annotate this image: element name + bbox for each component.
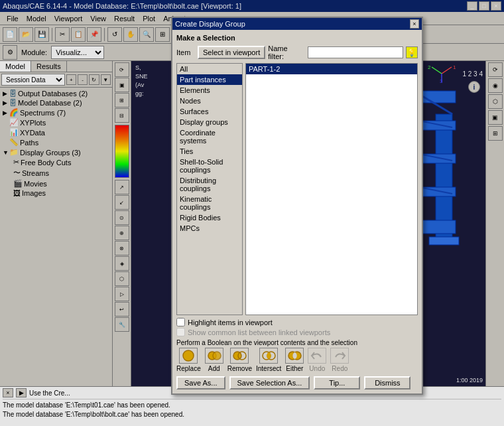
common-list-checkbox-row: Show common list between linked viewport…	[176, 328, 418, 336]
undo-button[interactable]: Undo	[308, 348, 326, 372]
select-in-viewport-button[interactable]: Select in viewport	[198, 46, 265, 59]
name-filter-label: Name filter:	[268, 44, 305, 60]
dialog-controls-row: Item Select in viewport Name filter: 💡	[176, 44, 418, 60]
tip-button[interactable]: Tip...	[314, 376, 360, 390]
dialog-title-bar: Create Display Group ×	[172, 18, 422, 30]
list-item-ties[interactable]: Ties	[177, 146, 242, 157]
svg-point-25	[233, 352, 241, 360]
save-selection-as-button[interactable]: Save Selection As...	[229, 376, 310, 390]
svg-point-24	[213, 352, 221, 360]
dialog-buttons: Save As... Save Selection As... Tip... D…	[176, 376, 418, 390]
dialog-body: Make a Selection Item Select in viewport…	[172, 30, 422, 393]
dialog-title-text: Create Display Group	[175, 20, 410, 28]
dialog-main-content: All Part instances Elements Nodes Surfac…	[176, 63, 418, 315]
list-item-display-groups[interactable]: Display groups	[177, 117, 242, 127]
modal-overlay: Create Display Group × Make a Selection …	[0, 0, 504, 426]
remove-label: Remove	[227, 365, 252, 372]
bulb-icon[interactable]: 💡	[406, 46, 418, 58]
list-item-rigid-bodies[interactable]: Rigid Bodies	[177, 212, 242, 223]
list-item-distributing[interactable]: Distributing couplings	[177, 175, 242, 194]
add-label: Add	[208, 365, 220, 372]
item-list: All Part instances Elements Nodes Surfac…	[176, 63, 243, 315]
list-item-kinematic[interactable]: Kinematic couplings	[177, 194, 242, 212]
common-list-label: Show common list between linked viewport…	[188, 328, 330, 336]
either-label: Either	[286, 365, 303, 372]
checkbox-section: Highlight items in viewport Show common …	[176, 318, 418, 336]
create-display-group-dialog: Create Display Group × Make a Selection …	[171, 17, 423, 395]
list-item-coordinate-systems[interactable]: Coordinate systems	[177, 127, 242, 146]
redo-label: Redo	[332, 365, 347, 372]
list-item-shell-solid[interactable]: Shell-to-Solid couplings	[177, 157, 242, 175]
item-label: Item	[176, 48, 195, 56]
add-button[interactable]: Add	[205, 348, 223, 372]
dismiss-button[interactable]: Dismiss	[364, 376, 410, 390]
list-item-elements[interactable]: Elements	[177, 85, 242, 96]
replace-label: Replace	[176, 365, 201, 372]
list-item-mpcs[interactable]: MPCs	[177, 223, 242, 234]
list-item-part-instances[interactable]: Part instances	[177, 74, 242, 85]
replace-button[interactable]: Replace	[176, 348, 201, 372]
redo-button[interactable]: Redo	[330, 348, 349, 372]
common-list-checkbox	[176, 328, 185, 336]
boolean-section-label: Perform a Boolean on the viewport conten…	[176, 339, 418, 346]
highlight-checkbox-row[interactable]: Highlight items in viewport	[176, 318, 418, 326]
undo-label: Undo	[309, 365, 325, 372]
result-area[interactable]: PART-1-2	[245, 63, 418, 315]
list-item-all[interactable]: All	[177, 64, 242, 74]
dialog-close-button[interactable]: ×	[410, 19, 419, 29]
dialog-section-label: Make a Selection	[176, 34, 418, 42]
remove-button[interactable]: Remove	[227, 348, 252, 372]
name-filter-input[interactable]	[308, 46, 403, 58]
save-as-button[interactable]: Save As...	[176, 376, 225, 390]
list-item-nodes[interactable]: Nodes	[177, 96, 242, 106]
intersect-label: Intersect	[256, 365, 281, 372]
intersect-button[interactable]: Intersect	[256, 348, 281, 372]
highlight-label: Highlight items in viewport	[188, 319, 273, 326]
boolean-buttons-row: Replace Add Remove	[176, 348, 418, 372]
highlight-checkbox[interactable]	[176, 318, 185, 326]
result-item-part-1-2[interactable]: PART-1-2	[246, 64, 417, 74]
list-item-surfaces[interactable]: Surfaces	[177, 106, 242, 117]
either-button[interactable]: Either	[285, 348, 304, 372]
